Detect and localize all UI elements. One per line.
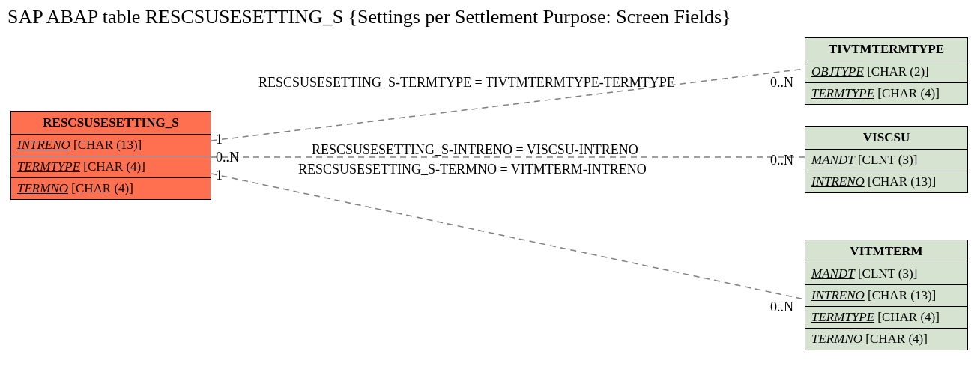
entity-field: MANDT [CLNT (3)]: [805, 263, 967, 285]
field-type: [CHAR (13)]: [73, 138, 142, 152]
cardinality-label: 1: [216, 132, 223, 147]
entity-field: TERMTYPE [CHAR (4)]: [805, 307, 967, 329]
field-type: [CHAR (13)]: [868, 174, 936, 189]
entity-field: MANDT [CLNT (3)]: [805, 150, 967, 171]
entity-tivtmtermtype: TIVTMTERMTYPE OBJTYPE [CHAR (2)] TERMTYP…: [805, 37, 968, 105]
field-type: [CHAR (13)]: [868, 288, 936, 302]
entity-viscsu: VISCSU MANDT [CLNT (3)] INTRENO [CHAR (1…: [805, 126, 968, 193]
entity-vitmterm: VITMTERM MANDT [CLNT (3)] INTRENO [CHAR …: [805, 240, 968, 350]
entity-header: RESCSUSESETTING_S: [11, 112, 211, 135]
cardinality-label: 1: [216, 168, 223, 183]
field-type: [CLNT (3)]: [858, 153, 917, 167]
entity-header: VITMTERM: [805, 240, 967, 263]
field-name: TERMNO: [811, 332, 862, 346]
entity-header: TIVTMTERMTYPE: [805, 38, 967, 61]
cardinality-label: 0..N: [770, 299, 793, 315]
entity-field: OBJTYPE [CHAR (2)]: [805, 61, 967, 83]
entity-field: INTRENO [CHAR (13)]: [11, 135, 211, 156]
cardinality-label: 0..N: [216, 150, 239, 165]
cardinality-label: 0..N: [770, 153, 793, 168]
field-name: INTRENO: [811, 174, 865, 189]
entity-field: INTRENO [CHAR (13)]: [805, 285, 967, 307]
field-type: [CHAR (2)]: [867, 64, 929, 79]
field-name: INTRENO: [17, 138, 70, 152]
entity-field: TERMTYPE [CHAR (4)]: [805, 83, 967, 104]
field-type: [CHAR (4)]: [877, 86, 940, 100]
edge-label: RESCSUSESETTING_S-TERMTYPE = TIVTMTERMTY…: [258, 75, 675, 91]
field-name: TERMNO: [17, 181, 68, 195]
entity-field: TERMNO [CHAR (4)]: [805, 329, 967, 350]
field-type: [CHAR (4)]: [877, 310, 940, 324]
entity-header: VISCSU: [805, 127, 967, 150]
edge-label: RESCSUSESETTING_S-INTRENO = VISCSU-INTRE…: [312, 142, 638, 158]
field-type: [CLNT (3)]: [858, 266, 917, 281]
page-title: SAP ABAP table RESCSUSESETTING_S {Settin…: [7, 6, 731, 28]
entity-rescsusesetting-s: RESCSUSESETTING_S INTRENO [CHAR (13)] TE…: [10, 111, 211, 200]
entity-field: TERMNO [CHAR (4)]: [11, 178, 211, 199]
cardinality-label: 0..N: [770, 75, 793, 91]
field-name: OBJTYPE: [811, 64, 864, 79]
field-name: INTRENO: [811, 288, 865, 302]
field-name: TERMTYPE: [811, 310, 874, 324]
svg-line-2: [211, 174, 805, 299]
field-type: [CHAR (4)]: [71, 181, 133, 195]
field-name: TERMTYPE: [811, 86, 874, 100]
field-type: [CHAR (4)]: [865, 332, 928, 346]
field-name: MANDT: [811, 153, 855, 167]
field-name: MANDT: [811, 266, 855, 281]
field-type: [CHAR (4)]: [83, 159, 145, 174]
field-name: TERMTYPE: [17, 159, 80, 174]
edge-label: RESCSUSESETTING_S-TERMNO = VITMTERM-INTR…: [298, 162, 647, 177]
entity-field: TERMTYPE [CHAR (4)]: [11, 156, 211, 178]
entity-field: INTRENO [CHAR (13)]: [805, 171, 967, 192]
